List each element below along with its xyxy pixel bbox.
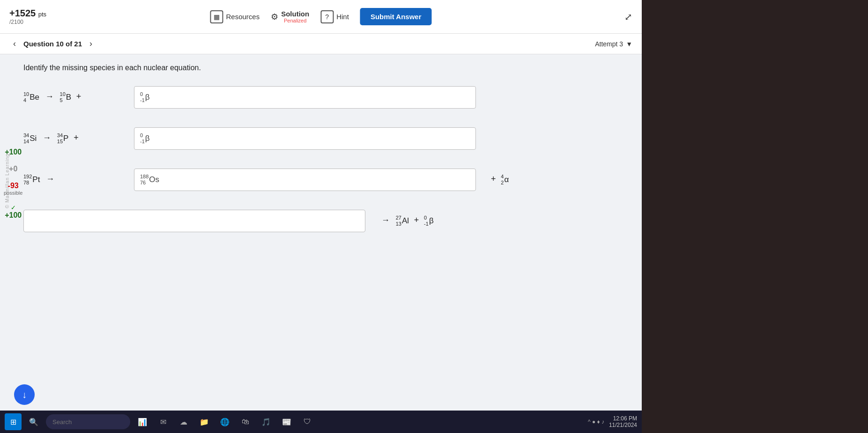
hint-icon: ? [320, 10, 334, 23]
taskbar: ⊞ 🔍 📊 ✉ ☁ 📁 🌐 🛍 🎵 📰 🛡 ^ ● ♦ ♪ 12:06 PM 1… [0, 411, 642, 433]
solution-button[interactable]: ⚙ Solution Penalized [271, 10, 309, 23]
equation-3-left: 19278Pt → [23, 174, 126, 186]
question-instructions: Identify the missing species in each nuc… [23, 64, 623, 72]
score-item-1: +100 [5, 148, 22, 156]
top-bar: +1525 pts /2100 ▦ Resources ⚙ Solution P… [0, 0, 642, 34]
equation-row-1: 104Be → 105B + 0-1β [23, 86, 623, 109]
resources-button[interactable]: ▦ Resources [210, 10, 260, 23]
equation-2-answer: 0-1β [140, 132, 150, 145]
pts-total: /2100 [9, 19, 46, 25]
score-item-2: +0 [9, 165, 17, 173]
windows-button[interactable]: ⊞ [5, 413, 22, 430]
equation-4-input[interactable] [23, 210, 365, 232]
taskbar-browser-icon: 🌐 [216, 413, 233, 430]
question-counter: Question 10 of 21 [23, 40, 82, 48]
score-item-3: -93 possible [4, 182, 22, 196]
pts-section: +1525 pts /2100 [9, 8, 46, 25]
taskbar-right: ^ ● ♦ ♪ 12:06 PM 11/21/2024 [588, 415, 637, 428]
taskbar-search-input[interactable] [46, 414, 130, 429]
taskbar-cloud-icon: ☁ [175, 413, 192, 430]
right-panel [642, 0, 868, 433]
equation-3-input[interactable]: 18876Os [134, 169, 476, 191]
equation-row-3: 19278Pt → 18876Os + 42α [23, 169, 623, 191]
equation-1-answer: 0-1β [140, 91, 150, 103]
time-display: 12:06 PM 11/21/2024 [609, 415, 637, 428]
attempt-section: Attempt 3 ▼ [595, 40, 632, 48]
taskbar-news-icon: 📰 [278, 413, 295, 430]
taskbar-mail-icon: ✉ [155, 413, 171, 430]
hint-label: Hint [336, 13, 349, 21]
equation-3-answer: 18876Os [140, 174, 159, 186]
main-window: +1525 pts /2100 ▦ Resources ⚙ Solution P… [0, 0, 642, 433]
resources-label: Resources [226, 13, 260, 21]
pts-label: pts [38, 11, 46, 18]
clock-time: 12:06 PM [609, 415, 637, 422]
equation-3-suffix: + 42α [488, 174, 509, 186]
taskbar-chart-icon: 📊 [134, 413, 151, 430]
content-area: © Macmillan Learning Identify the missin… [0, 54, 642, 433]
scroll-down-button[interactable]: ↓ [14, 384, 35, 405]
resources-icon: ▦ [210, 10, 223, 23]
clock-date: 11/21/2024 [609, 422, 637, 428]
equation-2-input[interactable]: 0-1β [134, 127, 476, 150]
score-panel: +100 +0 -93 possible ✓ +100 [4, 148, 22, 220]
solution-icon: ⚙ [271, 12, 278, 22]
attempt-dropdown-button[interactable]: ▼ [626, 40, 632, 48]
top-center-buttons: ▦ Resources ⚙ Solution Penalized ? Hint … [210, 8, 431, 25]
taskbar-icons-right: ^ ● ♦ ♪ [588, 418, 604, 425]
taskbar-store-icon: 🛍 [237, 413, 254, 430]
pts-value: +1525 pts [9, 8, 46, 19]
next-question-button[interactable]: › [86, 39, 96, 49]
solution-label: Solution [281, 10, 309, 18]
equation-row-4: → 2713Al + 0-1β [23, 210, 623, 232]
hint-button[interactable]: ? Hint [320, 10, 349, 23]
nav-bar: ‹ Question 10 of 21 › Attempt 3 ▼ [0, 34, 642, 54]
equation-1-input[interactable]: 0-1β [134, 86, 476, 109]
solution-sublabel: Penalized [281, 18, 309, 23]
score-item-4: ✓ +100 [5, 204, 22, 220]
expand-button[interactable]: ⤢ [624, 11, 632, 22]
submit-answer-button[interactable]: Submit Answer [360, 8, 432, 25]
taskbar-shield-icon: 🛡 [299, 413, 316, 430]
equation-1-left: 104Be → 105B + [23, 91, 126, 103]
search-icon: 🔍 [25, 413, 42, 430]
prev-question-button[interactable]: ‹ [9, 39, 20, 49]
taskbar-folder-icon: 📁 [196, 413, 213, 430]
equation-2-left: 3414Si → 3415P + [23, 132, 126, 145]
attempt-label: Attempt 3 [595, 40, 623, 48]
taskbar-music-icon: 🎵 [258, 413, 274, 430]
equation-row-2: 3414Si → 3415P + 0-1β [23, 127, 623, 150]
equation-4-suffix: → 2713Al + 0-1β [378, 215, 434, 227]
